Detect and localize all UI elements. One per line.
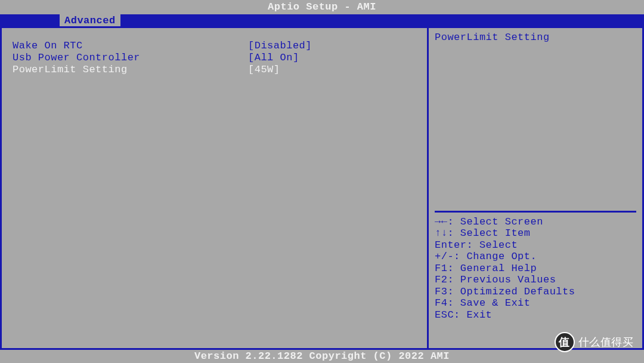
help-key-select-screen: →←: Select Screen — [435, 216, 636, 228]
help-key-f4: F4: Save & Exit — [435, 297, 636, 309]
option-label: Usb Power Controller — [13, 52, 248, 64]
help-key-f2: F2: Previous Values — [435, 274, 636, 286]
footer-version: Version 2.22.1282 Copyright (C) 2022 AMI — [0, 350, 644, 363]
help-keys: →←: Select Screen ↑↓: Select Item Enter:… — [429, 208, 642, 349]
help-divider — [435, 211, 636, 213]
help-description: PowerLimit Setting — [429, 28, 642, 208]
help-key-esc: ESC: Exit — [435, 309, 636, 321]
help-key-f1: F1: General Help — [435, 263, 636, 275]
option-wake-on-rtc[interactable]: Wake On RTC [Disabled] — [13, 40, 422, 52]
help-key-change-opt: +/-: Change Opt. — [435, 251, 636, 263]
option-powerlimit-setting[interactable]: PowerLimit Setting [45W] — [13, 64, 422, 76]
option-value: [All On] — [248, 52, 422, 64]
main-area: Wake On RTC [Disabled] Usb Power Control… — [0, 27, 644, 350]
help-key-enter: Enter: Select — [435, 239, 636, 251]
help-panel: PowerLimit Setting →←: Select Screen ↑↓:… — [429, 26, 642, 348]
option-label: PowerLimit Setting — [13, 64, 248, 76]
option-value: [45W] — [248, 64, 422, 76]
title-bar: Aptio Setup - AMI — [0, 0, 644, 14]
option-usb-power-controller[interactable]: Usb Power Controller [All On] — [13, 52, 422, 64]
help-key-select-item: ↑↓: Select Item — [435, 227, 636, 239]
option-label: Wake On RTC — [13, 40, 248, 52]
option-value: [Disabled] — [248, 40, 422, 52]
tab-advanced[interactable]: Advanced — [60, 14, 120, 27]
help-key-f3: F3: Optimized Defaults — [435, 286, 636, 298]
content-panel: Wake On RTC [Disabled] Usb Power Control… — [2, 26, 429, 348]
tab-bar: Advanced — [0, 14, 644, 27]
